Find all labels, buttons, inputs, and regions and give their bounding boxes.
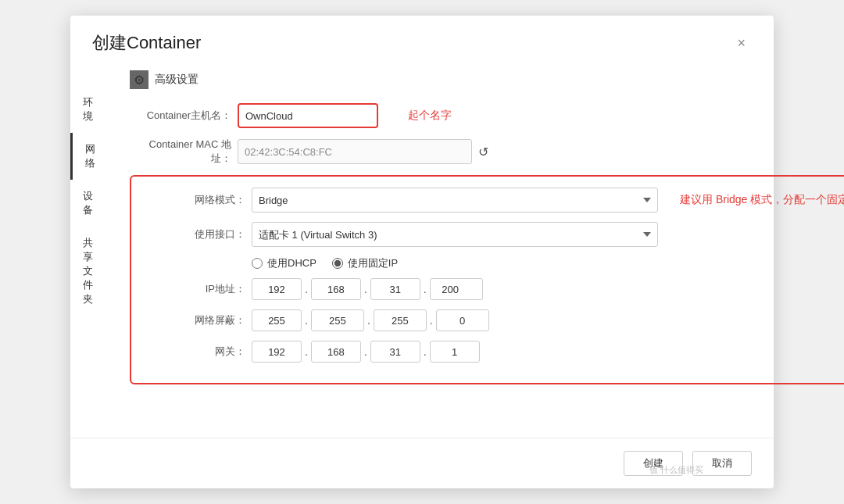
ip-field-group: . . . <box>252 278 483 300</box>
sidebar-item-label-device: 设备 <box>83 190 93 216</box>
sidebar: 环境 网络 设备 共享文件夹 <box>70 70 108 438</box>
gateway-label: 网关： <box>144 345 245 359</box>
dhcp-label: 使用DHCP <box>267 256 316 270</box>
bridge-annotation: 建议用 Bridge 模式，分配一个固定 IP <box>680 192 844 208</box>
network-mode-select[interactable]: Bridge <box>252 188 658 213</box>
sidebar-item-environment[interactable]: 环境 <box>70 86 108 133</box>
dhcp-option[interactable]: 使用DHCP <box>252 256 316 270</box>
static-ip-option[interactable]: 使用固定IP <box>332 256 398 270</box>
sidebar-item-device[interactable]: 设备 <box>70 180 108 227</box>
static-ip-radio[interactable] <box>332 258 343 269</box>
subnet-octet-2-select[interactable]: 255 <box>311 309 364 331</box>
dialog-footer: 创建 取消 <box>70 438 774 488</box>
dhcp-radio[interactable] <box>252 258 263 269</box>
ip-dot-3: . <box>420 283 430 295</box>
subnet-row: 网络屏蔽： . 255 . 255 . 0 <box>144 309 844 331</box>
hostname-input[interactable] <box>238 103 378 128</box>
subnet-octet-4-select[interactable]: 0 <box>436 309 489 331</box>
mac-label: Container MAC 地址： <box>130 138 231 166</box>
gateway-octet-2[interactable] <box>311 341 361 363</box>
gateway-dot-3: . <box>420 345 430 358</box>
subnet-octet-3-select[interactable]: 255 <box>374 309 427 331</box>
gateway-field-group: . . . <box>252 341 480 363</box>
gateway-row: 网关： . . . <box>144 341 844 363</box>
dialog-header: 创建Container × <box>70 16 774 63</box>
mac-row: Container MAC 地址： ↺ <box>130 138 844 166</box>
main-content: ⚙ 高级设置 Container主机名： 起个名字 Container MAC … <box>108 70 844 438</box>
network-mode-label: 网络模式： <box>144 193 245 207</box>
section-header: ⚙ 高级设置 <box>130 70 844 89</box>
interface-label: 使用接口： <box>144 227 245 241</box>
close-button[interactable]: × <box>731 33 752 53</box>
section-title: 高级设置 <box>155 73 198 87</box>
refresh-icon[interactable]: ↺ <box>478 145 488 159</box>
sidebar-item-label-network: 网络 <box>85 143 95 169</box>
hostname-annotation: 起个名字 <box>408 109 452 123</box>
mac-input[interactable] <box>238 139 472 164</box>
watermark: 值 什么值得买 <box>649 464 703 476</box>
subnet-octet-1[interactable] <box>252 309 302 331</box>
mac-field-group: ↺ <box>238 139 488 164</box>
gateway-dot-1: . <box>302 345 311 358</box>
gateway-octet-4[interactable] <box>430 341 480 363</box>
ip-octet-3[interactable] <box>370 278 420 300</box>
sidebar-item-label-environment: 环境 <box>83 96 93 122</box>
ip-dot-1: . <box>302 283 311 295</box>
create-container-dialog: 创建Container × 环境 网络 设备 共享文件夹 ⚙ 高级设置 <box>70 16 774 488</box>
interface-row: 使用接口： 适配卡 1 (Virtual Switch 3) <box>144 222 844 247</box>
network-section: 网络模式： Bridge 建议用 Bridge 模式，分配一个固定 IP 使用接… <box>130 175 844 384</box>
sidebar-item-shared-folder[interactable]: 共享文件夹 <box>70 227 108 316</box>
hostname-label: Container主机名： <box>130 109 231 123</box>
ip-dot-2: . <box>361 283 370 295</box>
interface-select[interactable]: 适配卡 1 (Virtual Switch 3) <box>252 222 658 247</box>
gateway-octet-3[interactable] <box>370 341 420 363</box>
network-mode-select-wrapper: Bridge <box>252 188 658 213</box>
subnet-dot-3: . <box>427 314 436 327</box>
ip-octet-4[interactable] <box>430 278 483 300</box>
dialog-title: 创建Container <box>92 31 201 55</box>
gear-icon: ⚙ <box>130 70 148 89</box>
ip-row: IP地址： . . . <box>144 278 844 300</box>
radio-row: 使用DHCP 使用固定IP <box>144 256 844 270</box>
subnet-field-group: . 255 . 255 . 0 <box>252 309 489 331</box>
gateway-dot-2: . <box>361 345 370 358</box>
ip-octet-1[interactable] <box>252 278 302 300</box>
ip-octet-2[interactable] <box>311 278 361 300</box>
subnet-dot-1: . <box>302 314 311 327</box>
sidebar-item-network[interactable]: 网络 <box>70 133 108 180</box>
subnet-label: 网络屏蔽： <box>144 313 245 327</box>
network-mode-row: 网络模式： Bridge 建议用 Bridge 模式，分配一个固定 IP <box>144 188 844 213</box>
gateway-octet-1[interactable] <box>252 341 302 363</box>
ip-label: IP地址： <box>144 282 245 296</box>
subnet-dot-2: . <box>364 314 374 327</box>
static-ip-label: 使用固定IP <box>348 256 398 270</box>
dialog-body: 环境 网络 设备 共享文件夹 ⚙ 高级设置 Container主机名： 起个名字 <box>70 63 774 438</box>
hostname-row: Container主机名： 起个名字 <box>130 103 844 128</box>
sidebar-item-label-shared-folder: 共享文件夹 <box>83 237 93 305</box>
